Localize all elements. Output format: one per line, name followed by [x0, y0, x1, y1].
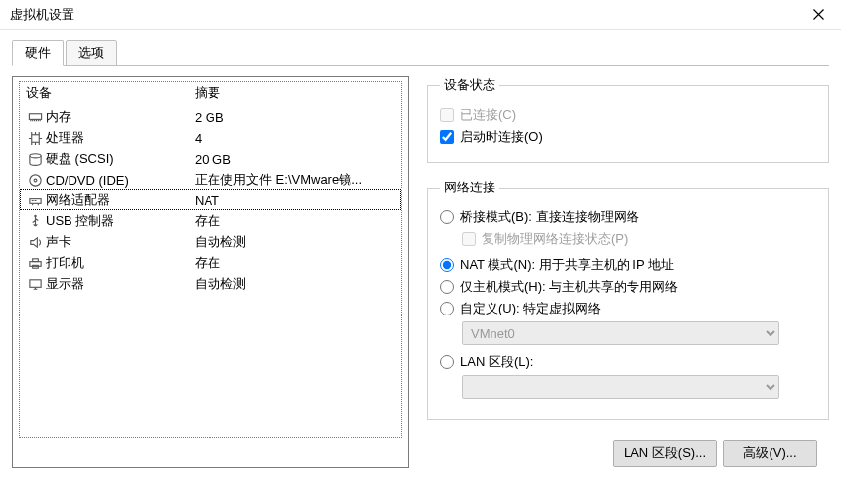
network-icon [26, 192, 44, 208]
radio-bridged[interactable] [440, 210, 454, 224]
device-summary: 自动检测 [195, 275, 395, 293]
device-name: 内存 [46, 108, 195, 126]
radio-nat[interactable] [440, 258, 454, 272]
memory-icon [26, 109, 44, 125]
connect-poweron-checkbox[interactable] [440, 130, 454, 144]
device-name: 硬盘 (SCSI) [46, 150, 195, 168]
device-name: 处理器 [46, 129, 195, 147]
network-connection-legend: 网络连接 [440, 179, 499, 196]
device-name: 打印机 [46, 254, 195, 272]
network-connection-group: 网络连接 桥接模式(B): 直接连接物理网络 复制物理网络连接状态(P) NAT… [427, 179, 829, 420]
close-button[interactable] [796, 0, 841, 30]
col-summary: 摘要 [195, 84, 220, 102]
radio-custom-label: 自定义(U): 特定虚拟网络 [460, 300, 601, 317]
radio-lanseg[interactable] [440, 355, 454, 369]
radio-bridged-row[interactable]: 桥接模式(B): 直接连接物理网络 [440, 208, 816, 226]
advanced-button[interactable]: 高级(V)... [723, 440, 817, 467]
radio-custom-row[interactable]: 自定义(U): 特定虚拟网络 [440, 300, 816, 317]
device-status-legend: 设备状态 [440, 76, 499, 94]
window-title: 虚拟机设置 [10, 6, 74, 24]
usb-icon [26, 213, 44, 229]
device-name: USB 控制器 [46, 212, 195, 230]
svg-rect-8 [32, 258, 38, 261]
svg-point-6 [34, 214, 36, 216]
radio-hostonly[interactable] [440, 280, 454, 294]
device-row[interactable]: 显示器自动检测 [20, 273, 401, 294]
tab-hardware[interactable]: 硬件 [12, 40, 64, 66]
radio-hostonly-label: 仅主机模式(H): 与主机共享的专用网络 [460, 278, 678, 296]
device-row[interactable]: 硬盘 (SCSI)20 GB [20, 148, 401, 169]
connect-poweron-label: 启动时连接(O) [460, 128, 543, 146]
radio-nat-row[interactable]: NAT 模式(N): 用于共享主机的 IP 地址 [440, 256, 816, 274]
disk-icon [26, 151, 44, 167]
replicate-label: 复制物理网络连接状态(P) [482, 230, 628, 248]
sound-icon [26, 234, 44, 250]
device-summary: 正在使用文件 E:\VMware镜... [195, 171, 395, 189]
radio-nat-label: NAT 模式(N): 用于共享主机的 IP 地址 [460, 256, 674, 274]
device-row[interactable]: 打印机存在 [20, 252, 401, 273]
device-name: 网络适配器 [46, 191, 195, 209]
radio-lanseg-row[interactable]: LAN 区段(L): [440, 353, 816, 371]
svg-rect-10 [29, 279, 40, 287]
device-status-group: 设备状态 已连接(C) 启动时连接(O) [427, 76, 829, 163]
svg-rect-0 [29, 113, 41, 119]
device-row[interactable]: 内存2 GB [20, 106, 401, 127]
tab-options[interactable]: 选项 [66, 40, 117, 66]
device-list-panel: 设备 摘要 内存2 GB处理器4硬盘 (SCSI)20 GBCD/DVD (ID… [12, 76, 409, 468]
device-row[interactable]: USB 控制器存在 [20, 210, 401, 231]
device-row[interactable]: 声卡自动检测 [20, 231, 401, 252]
device-summary: 存在 [195, 254, 395, 272]
connected-checkbox [440, 108, 454, 122]
device-summary: 自动检测 [195, 233, 395, 251]
connect-poweron-checkbox-row[interactable]: 启动时连接(O) [440, 128, 816, 146]
replicate-checkbox [462, 232, 476, 246]
radio-hostonly-row[interactable]: 仅主机模式(H): 与主机共享的专用网络 [440, 278, 816, 296]
lan-segments-button[interactable]: LAN 区段(S)... [613, 440, 717, 467]
replicate-checkbox-row: 复制物理网络连接状态(P) [462, 230, 816, 248]
titlebar: 虚拟机设置 [0, 0, 841, 30]
display-icon [26, 276, 44, 292]
col-device: 设备 [26, 84, 195, 102]
svg-rect-1 [31, 134, 39, 142]
device-name: 声卡 [46, 233, 195, 251]
close-icon [813, 9, 824, 20]
lanseg-select [462, 375, 779, 399]
cd-icon [26, 172, 44, 188]
device-name: CD/DVD (IDE) [46, 173, 195, 188]
device-summary: NAT [195, 193, 395, 208]
tabs: 硬件 选项 [0, 30, 841, 66]
printer-icon [26, 255, 44, 271]
cpu-icon [26, 130, 44, 146]
device-row[interactable]: 网络适配器NAT [20, 189, 401, 210]
radio-lanseg-label: LAN 区段(L): [460, 353, 533, 371]
connected-label: 已连接(C) [460, 106, 516, 124]
device-row[interactable]: 处理器4 [20, 127, 401, 148]
custom-vnet-select: VMnet0 [462, 321, 779, 345]
device-list-header: 设备 摘要 [20, 82, 401, 106]
device-row[interactable]: CD/DVD (IDE)正在使用文件 E:\VMware镜... [20, 169, 401, 189]
device-name: 显示器 [46, 275, 195, 293]
connected-checkbox-row: 已连接(C) [440, 106, 816, 124]
device-summary: 2 GB [195, 110, 395, 125]
device-summary: 20 GB [195, 152, 395, 167]
svg-point-3 [29, 174, 40, 185]
radio-custom[interactable] [440, 302, 454, 315]
button-row: LAN 区段(S)... 高级(V)... [427, 440, 829, 467]
device-summary: 4 [195, 131, 395, 146]
radio-bridged-label: 桥接模式(B): 直接连接物理网络 [460, 208, 639, 226]
svg-point-2 [29, 153, 40, 157]
svg-point-4 [34, 179, 37, 182]
device-summary: 存在 [195, 212, 395, 230]
